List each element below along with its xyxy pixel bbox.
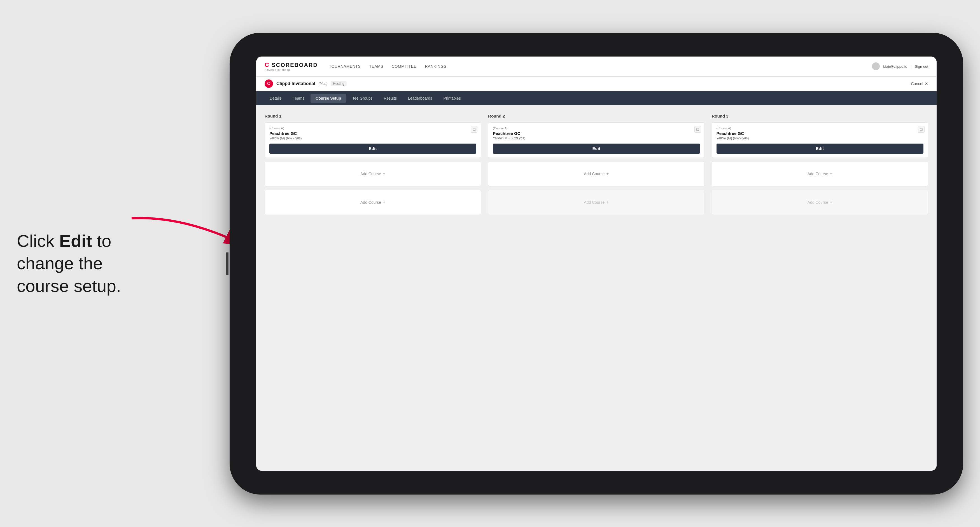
tab-printables[interactable]: Printables [439,94,466,103]
round-2-add-course-1[interactable]: Add Course + [488,161,705,186]
round-2-delete-button[interactable]: □ [694,126,701,133]
round-2-course-card: □ (Course A) Peachtree GC Yellow (M) (66… [488,122,705,158]
main-content: Round 1 □ (Course A) Peachtree GC Yellow… [256,105,937,471]
nav-link-rankings[interactable]: RANKINGS [425,64,447,68]
round-3-course-name: Peachtree GC [716,131,923,136]
tablet-shell: C SCOREBOARD Powered by clippd TOURNAMEN… [230,33,963,495]
hosting-badge: Hosting [331,81,347,86]
round-2-add-course-2: Add Course + [488,190,705,215]
add-plus-icon-r3-2: + [830,200,832,205]
add-plus-icon-r3-1: + [830,171,832,176]
round-1-course-card: □ (Course A) Peachtree GC Yellow (M) (66… [265,122,481,158]
add-course-text-2: Add Course + [360,200,385,205]
tablet-screen: C SCOREBOARD Powered by clippd TOURNAMEN… [256,57,937,471]
tab-teams[interactable]: Teams [288,94,309,103]
round-1-add-course-1[interactable]: Add Course + [265,161,481,186]
user-email: blair@clippd.io [883,64,907,68]
delete-icon: □ [473,127,475,132]
rounds-grid: Round 1 □ (Course A) Peachtree GC Yellow… [265,114,928,218]
add-plus-icon-r2-1: + [606,171,609,176]
tablet-side-button [226,252,229,275]
round-2-course-name: Peachtree GC [493,131,700,136]
nav-link-tournaments[interactable]: TOURNAMENTS [329,64,361,68]
round-3-edit-button[interactable]: Edit [716,144,923,154]
cancel-button[interactable]: Cancel ✕ [911,81,928,86]
nav-right: blair@clippd.io | Sign out [872,62,928,70]
round-1-course-label: (Course A) [269,127,476,130]
instruction-bold: Edit [59,231,92,251]
nav-link-teams[interactable]: TEAMS [369,64,383,68]
sign-out-link[interactable]: Sign out [915,64,928,68]
round-1-course-details: Yellow (M) (6629 yds) [269,136,476,140]
logo-area: C SCOREBOARD Powered by clippd [265,61,318,71]
round-3-add-course-1[interactable]: Add Course + [712,161,928,186]
round-3-course-card: □ (Course A) Peachtree GC Yellow (M) (66… [712,122,928,158]
add-course-text-r3-1: Add Course + [808,171,832,176]
add-course-text-r2-2: Add Course + [584,200,609,205]
tab-tee-groups[interactable]: Tee Groups [347,94,377,103]
tab-results[interactable]: Results [379,94,402,103]
round-1-edit-button[interactable]: Edit [269,144,476,154]
round-2-edit-button[interactable]: Edit [493,144,700,154]
tournament-info: C Clippd Invitational (Men) Hosting [265,79,347,88]
top-nav: C SCOREBOARD Powered by clippd TOURNAMEN… [256,57,937,77]
round-2-title: Round 2 [488,114,705,118]
round-3-add-course-2: Add Course + [712,190,928,215]
pipe-separator: | [910,64,912,68]
round-1-delete-button[interactable]: □ [471,126,477,133]
logo-title: C SCOREBOARD [265,61,318,68]
round-3-course-label: (Course A) [716,127,923,130]
logo-subtitle: Powered by clippd [265,68,318,71]
add-course-text-1: Add Course + [360,171,385,176]
delete-icon-3: □ [920,127,922,132]
tab-leaderboards[interactable]: Leaderboards [403,94,437,103]
instruction-prefix: Click [17,231,59,251]
round-2-course-label: (Course A) [493,127,700,130]
nav-link-committee[interactable]: COMMITTEE [392,64,417,68]
cancel-label: Cancel [911,81,923,86]
logo-letter: C [265,61,270,68]
delete-icon-2: □ [696,127,698,132]
tournament-name: Clippd Invitational [276,81,315,86]
round-1-title: Round 1 [265,114,481,118]
add-plus-icon-r2-2: + [606,200,609,205]
round-2-course-details: Yellow (M) (6629 yds) [493,136,700,140]
tab-course-setup[interactable]: Course Setup [310,94,346,103]
tab-bar: Details Teams Course Setup Tee Groups Re… [256,91,937,105]
instruction-text: Click Edit tochange thecourse setup. [17,230,121,297]
tournament-bar: C Clippd Invitational (Men) Hosting Canc… [256,77,937,91]
add-course-text-r3-2: Add Course + [808,200,832,205]
round-3-course-details: Yellow (M) (6629 yds) [716,136,923,140]
round-1-column: Round 1 □ (Course A) Peachtree GC Yellow… [265,114,481,218]
add-plus-icon-2: + [383,200,385,205]
round-3-title: Round 3 [712,114,928,118]
round-3-delete-button[interactable]: □ [918,126,924,133]
round-2-column: Round 2 □ (Course A) Peachtree GC Yellow… [488,114,705,218]
round-1-course-name: Peachtree GC [269,131,476,136]
add-plus-icon-1: + [383,171,385,176]
user-avatar [872,62,880,70]
tournament-logo: C [265,79,273,88]
round-1-add-course-2[interactable]: Add Course + [265,190,481,215]
round-3-column: Round 3 □ (Course A) Peachtree GC Yellow… [712,114,928,218]
add-course-text-r2-1: Add Course + [584,171,609,176]
tournament-gender-badge: (Men) [319,82,327,86]
tab-details[interactable]: Details [265,94,287,103]
nav-links: TOURNAMENTS TEAMS COMMITTEE RANKINGS [329,64,872,68]
cancel-icon: ✕ [925,81,928,86]
